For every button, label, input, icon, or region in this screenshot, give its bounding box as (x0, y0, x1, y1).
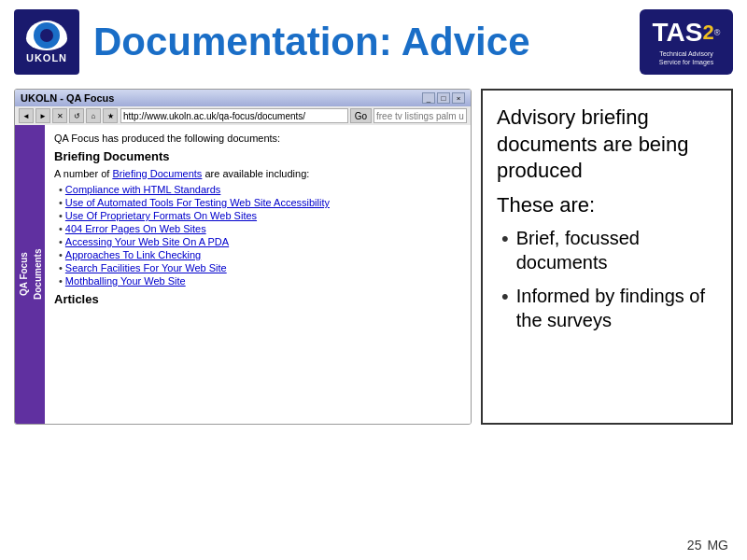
list-item: 404 Error Pages On Web Sites (59, 223, 461, 234)
briefing-link[interactable]: Briefing Documents (112, 168, 202, 179)
list-item: Approaches To Link Checking (59, 249, 461, 260)
advisory-intro: Advisory briefing documents are being pr… (497, 105, 717, 185)
list-item: Mothballing Your Web Site (59, 275, 461, 287)
back-icon[interactable]: ◄ (19, 108, 34, 123)
doc-link-4[interactable]: 404 Error Pages On Web Sites (65, 223, 206, 234)
main-content: UKOLN - QA Focus _ □ × ◄ ► ✕ ↺ ⌂ ★ Go (0, 84, 747, 429)
advisory-panel: Advisory briefing documents are being pr… (481, 89, 733, 425)
browser-toolbar: ◄ ► ✕ ↺ ⌂ ★ Go (15, 106, 471, 125)
browser-titlebar: UKOLN - QA Focus _ □ × (15, 90, 471, 106)
qa-sidebar: QA Focus Documents (15, 125, 45, 424)
browser-title: UKOLN - QA Focus (21, 92, 114, 104)
browser-window: UKOLN - QA Focus _ □ × ◄ ► ✕ ↺ ⌂ ★ Go (14, 89, 472, 425)
browser-content: QA Focus has produced the following docu… (45, 125, 471, 424)
doc-link-2[interactable]: Use of Automated Tools For Testing Web S… (65, 197, 330, 208)
minimize-button[interactable]: _ (422, 92, 435, 104)
maximize-button[interactable]: □ (437, 92, 450, 104)
close-button[interactable]: × (452, 92, 465, 104)
address-input[interactable] (120, 108, 348, 123)
go-button[interactable]: Go (350, 108, 372, 123)
advisory-these: These are: (497, 192, 717, 219)
articles-section-title: Articles (54, 292, 461, 306)
list-item: Compliance with HTML Standards (59, 184, 461, 195)
page-number: 25 (687, 538, 702, 553)
tas-number: 2 (703, 21, 714, 45)
forward-icon[interactable]: ► (35, 108, 50, 123)
page-title: Documentation: Advice (93, 20, 640, 64)
briefing-post: are available including: (202, 168, 309, 179)
doc-link-7[interactable]: Search Facilities For Your Web Site (65, 262, 227, 273)
intro-text: QA Focus has produced the following docu… (54, 133, 461, 144)
briefing-text: A number of Briefing Documents are avail… (54, 168, 461, 179)
home-icon[interactable]: ⌂ (86, 108, 101, 123)
briefing-section-title: Briefing Documents (54, 149, 461, 163)
list-item: Use Of Proprietary Formats On Web Sites (59, 210, 461, 221)
doc-link-6[interactable]: Approaches To Link Checking (65, 249, 201, 260)
advisory-bullet-1: • Brief, focussed documents (501, 226, 717, 274)
ukoln-label: UKOLN (26, 52, 67, 63)
advisory-bullets: • Brief, focussed documents • Informed b… (497, 226, 717, 332)
browser-body: QA Focus Documents QA Focus has produced… (15, 125, 471, 424)
refresh-icon[interactable]: ↺ (69, 108, 84, 123)
browser-controls: _ □ × (422, 92, 465, 104)
list-item: Search Facilities For Your Web Site (59, 262, 461, 273)
list-item: Use of Automated Tools For Testing Web S… (59, 197, 461, 208)
doc-link-3[interactable]: Use Of Proprietary Formats On Web Sites (65, 210, 257, 221)
header: UKOLN Documentation: Advice TAS 2 ® Tech… (0, 0, 747, 84)
briefing-pre: A number of (54, 168, 112, 179)
doc-list: Compliance with HTML Standards Use of Au… (54, 184, 461, 287)
tas-label: TAS (653, 18, 703, 48)
author: MG (707, 538, 728, 553)
tas-subtitle: Technical Advisory Service for Images (659, 49, 713, 66)
browser-nav-icons: ◄ ► ✕ ↺ ⌂ ★ (19, 108, 118, 123)
doc-link-1[interactable]: Compliance with HTML Standards (65, 184, 221, 195)
tas-registered-icon: ® (714, 28, 721, 37)
advisory-bullet-2: • Informed by findings of the surveys (501, 284, 717, 332)
address-bar: Go (120, 108, 467, 123)
tas-logo: TAS 2 ® Technical Advisory Service for I… (640, 9, 733, 75)
doc-link-8[interactable]: Mothballing Your Web Site (65, 275, 186, 287)
qa-focus-label: QA Focus (19, 253, 29, 297)
documents-label: Documents (33, 249, 43, 300)
footer: 25 MG (687, 538, 728, 553)
ukoln-logo: UKOLN (14, 9, 79, 75)
ukoln-eye-icon (26, 21, 67, 50)
advisory-bullet-text-1: Brief, focussed documents (516, 226, 717, 274)
list-item: Accessing Your Web Site On A PDA (59, 236, 461, 247)
doc-link-5[interactable]: Accessing Your Web Site On A PDA (65, 236, 229, 247)
bullet-icon-1: • (501, 226, 509, 274)
stop-icon[interactable]: ✕ (52, 108, 67, 123)
advisory-bullet-text-2: Informed by findings of the surveys (516, 284, 717, 332)
bullet-icon-2: • (501, 284, 509, 332)
favorites-icon[interactable]: ★ (103, 108, 118, 123)
search-input[interactable] (374, 108, 467, 123)
